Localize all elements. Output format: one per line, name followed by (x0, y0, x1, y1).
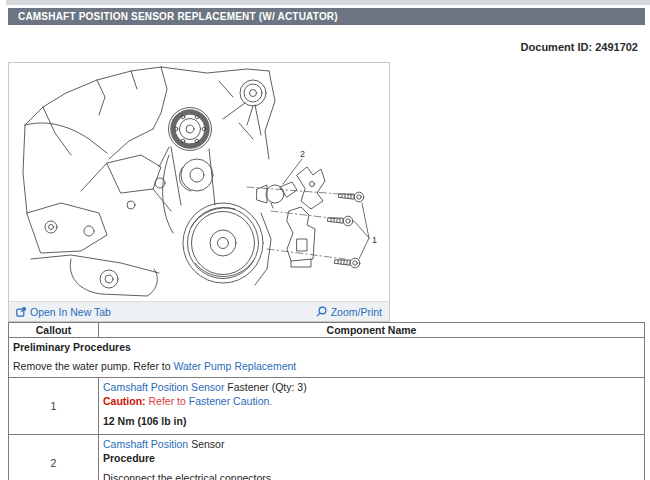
component-name-line: Camshaft Position Sensor (103, 437, 640, 451)
camshaft-position-link[interactable]: Camshaft Position (103, 438, 188, 450)
torque-spec: 12 Nm (106 lb in) (103, 414, 640, 428)
table-header-row: Callout Component Name (9, 323, 645, 338)
service-document-page: { "header": { "title": "CAMSHAFT POSITIO… (0, 0, 650, 480)
section-title-bar: CAMSHAFT POSITION SENSOR REPLACEMENT (W/… (8, 8, 645, 25)
component-name-rest: Sensor (188, 438, 224, 450)
zoom-print-link[interactable]: Zoom/Print (316, 306, 382, 318)
open-in-new-tab-icon (16, 307, 26, 317)
figure-canvas: 1 2 (9, 63, 389, 301)
figure-panel: 1 2 Open In New Tab Zoom/Print (8, 62, 390, 322)
camshaft-position-sensor (257, 182, 297, 208)
callout-1-label: 1 (372, 235, 377, 245)
page-title: CAMSHAFT POSITION SENSOR REPLACEMENT (W/… (18, 11, 338, 22)
bolt (339, 191, 364, 202)
magnifier-icon (316, 306, 327, 317)
preliminary-procedures-row: Preliminary Procedures Remove the water … (9, 338, 645, 378)
component-table: Callout Component Name Preliminary Proce… (8, 322, 645, 480)
bolt (335, 257, 360, 268)
component-name-column-header: Component Name (99, 323, 645, 338)
procedure-step: Disconnect the electrical connectors. (103, 471, 640, 480)
procedure-subheading: Procedure (103, 451, 640, 465)
figure-toolbar: Open In New Tab Zoom/Print (9, 301, 389, 321)
water-pump-replacement-link[interactable]: Water Pump Replacement (174, 360, 297, 372)
callout-column-header: Callout (9, 323, 99, 338)
callout-number: 2 (9, 435, 99, 480)
component-name-line: Camshaft Position Sensor Fastener (Qty: … (103, 380, 640, 394)
engine-block-art (23, 67, 275, 296)
callout-number: 1 (9, 378, 99, 435)
zoom-print-label: Zoom/Print (331, 306, 382, 318)
caution-text: Refer to (146, 395, 189, 407)
component-name-rest: Fastener (Qty: 3) (224, 381, 306, 393)
component-cell: Camshaft Position Sensor Fastener (Qty: … (99, 378, 645, 435)
crank-pulley (183, 203, 263, 283)
cam-sprocket (159, 108, 212, 168)
open-in-new-tab-label: Open In New Tab (30, 306, 111, 318)
caution-line: Caution: Refer to Fastener Caution. (103, 394, 640, 408)
callout-2-label: 2 (300, 149, 305, 159)
idler-pulley (240, 80, 266, 125)
table-row: 2 Camshaft Position Sensor Procedure Dis… (9, 435, 645, 480)
preliminary-text: Remove the water pump. Refer to (13, 360, 174, 372)
fastener-caution-link[interactable]: Fastener Caution (189, 395, 270, 407)
open-in-new-tab-link[interactable]: Open In New Tab (16, 306, 111, 318)
caution-period: . (269, 395, 272, 407)
document-id: Document ID: 2491702 (521, 41, 638, 53)
top-border-strip (6, 0, 650, 5)
preliminary-procedures-title: Preliminary Procedures (13, 340, 640, 354)
preliminary-procedures-cell: Preliminary Procedures Remove the water … (9, 338, 645, 378)
table-row: 1 Camshaft Position Sensor Fastener (Qty… (9, 378, 645, 435)
sensor-bracket (297, 167, 325, 209)
bolt (328, 215, 353, 226)
engine-diagram: 1 2 (9, 63, 389, 301)
component-cell: Camshaft Position Sensor Procedure Disco… (99, 435, 645, 480)
preliminary-procedures-text: Remove the water pump. Refer to Water Pu… (13, 359, 640, 373)
front-cover-boss (179, 159, 213, 191)
caution-label: Caution: (103, 395, 146, 407)
camshaft-position-sensor-link[interactable]: Camshaft Position Sensor (103, 381, 224, 393)
